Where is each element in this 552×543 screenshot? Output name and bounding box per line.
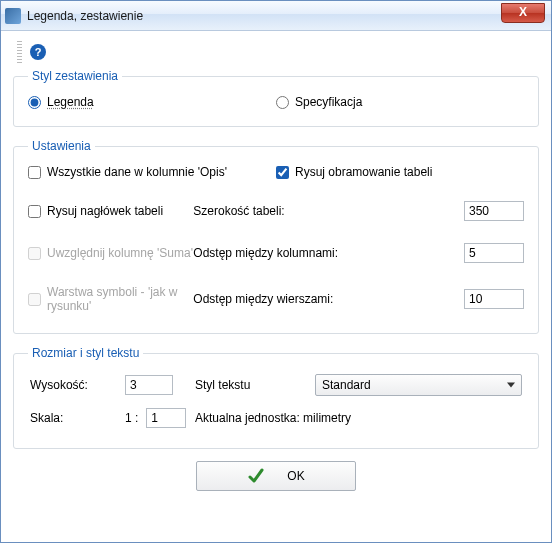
group-style-legend: Styl zestawienia	[28, 69, 122, 83]
scale-input[interactable]	[146, 408, 186, 428]
unit-label: Aktualna jednostka: milimetry	[195, 411, 522, 425]
close-icon: X	[519, 5, 527, 19]
height-input[interactable]	[125, 375, 173, 395]
ok-button[interactable]: OK	[196, 461, 356, 491]
check-draw-header[interactable]: Rysuj nagłówek tabeli	[28, 204, 163, 218]
row-spacing-input[interactable]	[464, 289, 524, 309]
radio-specyfikacja-input[interactable]	[276, 96, 289, 109]
check-draw-border[interactable]: Rysuj obramowanie tabeli	[276, 165, 432, 179]
text-style-value: Standard	[322, 378, 371, 392]
radio-specyfikacja[interactable]: Specyfikacja	[276, 95, 362, 110]
footer: OK	[13, 461, 539, 491]
radio-legenda[interactable]: Legenda	[28, 95, 94, 110]
text-style-combo[interactable]: Standard	[315, 374, 522, 396]
table-width-label: Szerokość tabeli:	[193, 204, 284, 218]
scale-prefix: 1 :	[125, 411, 138, 425]
check-include-suma: Uwzględnij kolumnę 'Suma'	[28, 246, 193, 260]
check-symbol-layer: Warstwa symboli - 'jak w rysunku'	[28, 285, 193, 313]
group-settings-legend: Ustawienia	[28, 139, 95, 153]
check-include-suma-input	[28, 247, 41, 260]
group-text-legend: Rozmiar i styl tekstu	[28, 346, 143, 360]
group-text: Rozmiar i styl tekstu Wysokość: Styl tek…	[13, 346, 539, 449]
radio-specyfikacja-label: Specyfikacja	[295, 95, 362, 110]
check-symbol-layer-label: Warstwa symboli - 'jak w rysunku'	[47, 285, 193, 313]
radio-legenda-input[interactable]	[28, 96, 41, 109]
table-width-input[interactable]	[464, 201, 524, 221]
check-symbol-layer-input	[28, 293, 41, 306]
check-all-data-opis-label: Wszystkie dane w kolumnie 'Opis'	[47, 165, 227, 179]
app-icon	[5, 8, 21, 24]
ok-button-label: OK	[287, 469, 304, 483]
help-icon[interactable]: ?	[30, 44, 46, 60]
close-button[interactable]: X	[501, 3, 545, 23]
text-style-label: Styl tekstu	[195, 378, 315, 392]
toolbar: ?	[13, 41, 539, 63]
check-include-suma-label: Uwzględnij kolumnę 'Suma'	[47, 246, 193, 260]
group-style: Styl zestawienia Legenda Specyfikacja	[13, 69, 539, 127]
dialog-content: ? Styl zestawienia Legenda Specyfikacja …	[1, 31, 551, 542]
check-draw-border-label: Rysuj obramowanie tabeli	[295, 165, 432, 179]
check-icon	[247, 467, 265, 485]
group-settings: Ustawienia Wszystkie dane w kolumnie 'Op…	[13, 139, 539, 334]
toolbar-grip	[17, 41, 22, 63]
window-title: Legenda, zestawienie	[27, 9, 143, 23]
col-spacing-input[interactable]	[464, 243, 524, 263]
scale-label: Skala:	[30, 411, 125, 425]
check-all-data-opis[interactable]: Wszystkie dane w kolumnie 'Opis'	[28, 165, 227, 179]
height-label: Wysokość:	[30, 378, 125, 392]
check-draw-border-input[interactable]	[276, 166, 289, 179]
row-spacing-label: Odstęp między wierszami:	[193, 292, 333, 306]
check-draw-header-label: Rysuj nagłówek tabeli	[47, 204, 163, 218]
check-draw-header-input[interactable]	[28, 205, 41, 218]
check-all-data-opis-input[interactable]	[28, 166, 41, 179]
radio-legenda-label: Legenda	[47, 95, 94, 110]
titlebar: Legenda, zestawienie X	[1, 1, 551, 31]
col-spacing-label: Odstęp między kolumnami:	[193, 246, 338, 260]
